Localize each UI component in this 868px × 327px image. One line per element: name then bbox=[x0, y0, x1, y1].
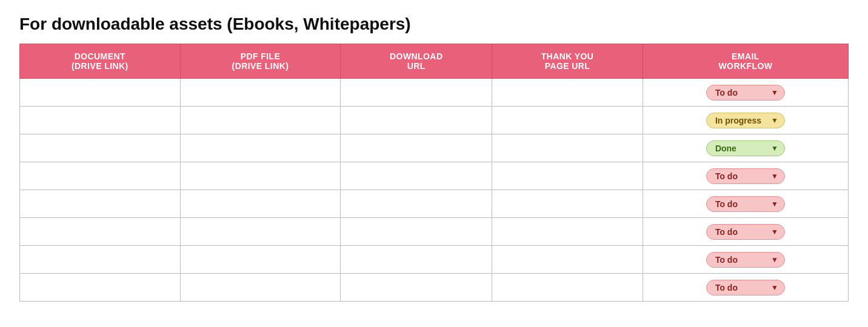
status-label: To do bbox=[715, 255, 738, 265]
dropdown-arrow-icon: ▼ bbox=[771, 283, 778, 292]
cell-col2-row2 bbox=[180, 107, 341, 134]
col-header-thank-you-url: THANK YOUPAGE URL bbox=[492, 44, 643, 79]
col-header-download-url: DOWNLOADURL bbox=[341, 44, 492, 79]
status-badge-row6[interactable]: To do▼ bbox=[706, 224, 785, 240]
cell-col2-row3 bbox=[180, 134, 341, 162]
cell-col3-row2 bbox=[341, 107, 492, 134]
status-badge-row2[interactable]: In progress▼ bbox=[706, 113, 785, 128]
table-row: To do▼ bbox=[20, 274, 849, 302]
cell-col3-row8 bbox=[341, 274, 492, 302]
status-cell-row6: To do▼ bbox=[643, 218, 848, 246]
cell-col4-row8 bbox=[492, 274, 643, 302]
cell-col4-row3 bbox=[492, 134, 643, 162]
cell-col1-row2 bbox=[20, 107, 181, 134]
status-label: Done bbox=[715, 144, 736, 153]
cell-col3-row6 bbox=[341, 218, 492, 246]
cell-col2-row4 bbox=[180, 162, 341, 190]
cell-col1-row5 bbox=[20, 190, 181, 218]
cell-col4-row5 bbox=[492, 190, 643, 218]
cell-col1-row7 bbox=[20, 246, 181, 274]
cell-col4-row1 bbox=[492, 79, 643, 107]
cell-col1-row3 bbox=[20, 134, 181, 162]
status-label: To do bbox=[715, 88, 738, 97]
status-label: To do bbox=[715, 227, 738, 237]
cell-col3-row1 bbox=[341, 79, 492, 107]
cell-col2-row1 bbox=[180, 79, 341, 107]
status-label: To do bbox=[715, 199, 738, 209]
cell-col1-row1 bbox=[20, 79, 181, 107]
dropdown-arrow-icon: ▼ bbox=[771, 144, 778, 153]
status-cell-row5: To do▼ bbox=[643, 190, 848, 218]
table-row: To do▼ bbox=[20, 79, 849, 107]
table-row: Done▼ bbox=[20, 134, 849, 162]
status-cell-row8: To do▼ bbox=[643, 274, 848, 302]
col-header-pdf: PDF FILE(Drive link) bbox=[180, 44, 341, 79]
dropdown-arrow-icon: ▼ bbox=[771, 256, 778, 264]
status-badge-row1[interactable]: To do▼ bbox=[706, 85, 785, 101]
cell-col1-row4 bbox=[20, 162, 181, 190]
cell-col4-row2 bbox=[492, 107, 643, 134]
status-label: To do bbox=[715, 283, 738, 292]
cell-col4-row4 bbox=[492, 162, 643, 190]
cell-col2-row7 bbox=[180, 246, 341, 274]
table-row: To do▼ bbox=[20, 246, 849, 274]
dropdown-arrow-icon: ▼ bbox=[771, 172, 778, 180]
cell-col3-row7 bbox=[341, 246, 492, 274]
status-badge-row8[interactable]: To do▼ bbox=[706, 280, 785, 296]
table-row: To do▼ bbox=[20, 162, 849, 190]
cell-col2-row6 bbox=[180, 218, 341, 246]
col-header-email-workflow: EMAILWORKFLOW bbox=[643, 44, 848, 79]
page-title: For downloadable assets (Ebooks, Whitepa… bbox=[19, 15, 849, 34]
cell-col3-row5 bbox=[341, 190, 492, 218]
dropdown-arrow-icon: ▼ bbox=[771, 88, 778, 97]
cell-col1-row6 bbox=[20, 218, 181, 246]
status-badge-row5[interactable]: To do▼ bbox=[706, 196, 785, 212]
assets-table: DOCUMENT(Drive link) PDF FILE(Drive link… bbox=[19, 44, 849, 302]
cell-col3-row4 bbox=[341, 162, 492, 190]
status-cell-row3: Done▼ bbox=[643, 134, 848, 162]
table-header-row: DOCUMENT(Drive link) PDF FILE(Drive link… bbox=[20, 44, 849, 79]
status-label: In progress bbox=[715, 116, 761, 125]
cell-col2-row5 bbox=[180, 190, 341, 218]
cell-col1-row8 bbox=[20, 274, 181, 302]
table-row: To do▼ bbox=[20, 218, 849, 246]
cell-col2-row8 bbox=[180, 274, 341, 302]
table-row: To do▼ bbox=[20, 190, 849, 218]
cell-col3-row3 bbox=[341, 134, 492, 162]
status-cell-row2: In progress▼ bbox=[643, 107, 848, 134]
dropdown-arrow-icon: ▼ bbox=[771, 116, 778, 125]
status-badge-row3[interactable]: Done▼ bbox=[706, 140, 785, 156]
status-badge-row4[interactable]: To do▼ bbox=[706, 168, 785, 184]
dropdown-arrow-icon: ▼ bbox=[771, 200, 778, 208]
cell-col4-row6 bbox=[492, 218, 643, 246]
status-cell-row4: To do▼ bbox=[643, 162, 848, 190]
status-label: To do bbox=[715, 171, 738, 181]
dropdown-arrow-icon: ▼ bbox=[771, 228, 778, 236]
status-cell-row7: To do▼ bbox=[643, 246, 848, 274]
col-header-document: DOCUMENT(Drive link) bbox=[20, 44, 181, 79]
status-badge-row7[interactable]: To do▼ bbox=[706, 252, 785, 268]
table-row: In progress▼ bbox=[20, 107, 849, 134]
status-cell-row1: To do▼ bbox=[643, 79, 848, 107]
cell-col4-row7 bbox=[492, 246, 643, 274]
